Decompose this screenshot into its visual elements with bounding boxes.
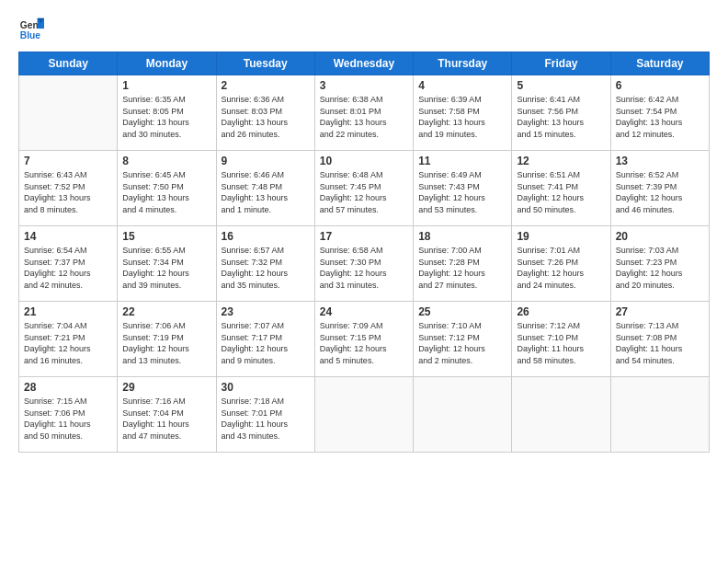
calendar-week-row: 7Sunrise: 6:43 AMSunset: 7:52 PMDaylight… xyxy=(19,151,710,226)
day-info: Sunrise: 6:54 AMSunset: 7:37 PMDaylight:… xyxy=(24,245,112,291)
calendar-cell: 29Sunrise: 7:16 AMSunset: 7:04 PMDayligh… xyxy=(118,377,216,453)
day-number: 2 xyxy=(222,79,310,92)
day-number: 5 xyxy=(517,79,605,92)
day-number: 19 xyxy=(517,230,605,243)
calendar-cell: 3Sunrise: 6:38 AMSunset: 8:01 PMDaylight… xyxy=(314,75,413,151)
day-number: 15 xyxy=(122,230,210,243)
calendar-cell: 1Sunrise: 6:35 AMSunset: 8:05 PMDaylight… xyxy=(118,75,216,151)
calendar-cell: 16Sunrise: 6:57 AMSunset: 7:32 PMDayligh… xyxy=(216,226,314,302)
day-number: 23 xyxy=(222,305,310,318)
day-info: Sunrise: 7:18 AMSunset: 7:01 PMDaylight:… xyxy=(222,396,310,442)
calendar-cell: 20Sunrise: 7:03 AMSunset: 7:23 PMDayligh… xyxy=(610,226,709,302)
calendar-cell: 30Sunrise: 7:18 AMSunset: 7:01 PMDayligh… xyxy=(216,377,314,453)
day-info: Sunrise: 7:10 AMSunset: 7:12 PMDaylight:… xyxy=(418,320,506,366)
calendar-cell: 25Sunrise: 7:10 AMSunset: 7:12 PMDayligh… xyxy=(414,302,512,377)
day-number: 13 xyxy=(616,155,704,167)
day-number: 21 xyxy=(24,305,112,318)
day-info: Sunrise: 6:51 AMSunset: 7:41 PMDaylight:… xyxy=(517,169,605,215)
calendar-table: SundayMondayTuesdayWednesdayThursdayFrid… xyxy=(18,52,710,453)
day-info: Sunrise: 6:42 AMSunset: 7:54 PMDaylight:… xyxy=(616,94,704,140)
day-info: Sunrise: 7:13 AMSunset: 7:08 PMDaylight:… xyxy=(616,320,704,366)
calendar-cell: 8Sunrise: 6:45 AMSunset: 7:50 PMDaylight… xyxy=(118,151,216,226)
calendar-week-row: 28Sunrise: 7:15 AMSunset: 7:06 PMDayligh… xyxy=(19,377,710,453)
calendar-cell: 23Sunrise: 7:07 AMSunset: 7:17 PMDayligh… xyxy=(216,302,314,377)
calendar-header-thursday: Thursday xyxy=(414,52,512,75)
calendar-cell: 28Sunrise: 7:15 AMSunset: 7:06 PMDayligh… xyxy=(19,377,118,453)
day-number: 28 xyxy=(24,381,112,394)
calendar-cell: 7Sunrise: 6:43 AMSunset: 7:52 PMDaylight… xyxy=(19,151,118,226)
day-info: Sunrise: 7:07 AMSunset: 7:17 PMDaylight:… xyxy=(222,320,310,366)
day-number: 4 xyxy=(418,79,506,92)
calendar-cell: 2Sunrise: 6:36 AMSunset: 8:03 PMDaylight… xyxy=(216,75,314,151)
day-number: 30 xyxy=(222,381,310,394)
day-number: 16 xyxy=(222,230,310,243)
calendar-header-sunday: Sunday xyxy=(19,52,118,75)
calendar-week-row: 14Sunrise: 6:54 AMSunset: 7:37 PMDayligh… xyxy=(19,226,710,302)
calendar-cell xyxy=(512,377,610,453)
day-info: Sunrise: 6:48 AMSunset: 7:45 PMDaylight:… xyxy=(320,169,408,215)
calendar-cell: 9Sunrise: 6:46 AMSunset: 7:48 PMDaylight… xyxy=(216,151,314,226)
day-number: 14 xyxy=(24,230,112,243)
day-number: 7 xyxy=(24,155,112,167)
day-number: 10 xyxy=(320,155,408,167)
day-number: 22 xyxy=(122,305,210,318)
day-info: Sunrise: 7:03 AMSunset: 7:23 PMDaylight:… xyxy=(616,245,704,291)
day-info: Sunrise: 7:16 AMSunset: 7:04 PMDaylight:… xyxy=(122,396,210,442)
calendar-cell: 6Sunrise: 6:42 AMSunset: 7:54 PMDaylight… xyxy=(610,75,709,151)
calendar-cell: 19Sunrise: 7:01 AMSunset: 7:26 PMDayligh… xyxy=(512,226,610,302)
day-number: 20 xyxy=(616,230,704,243)
calendar-cell xyxy=(19,75,118,151)
day-info: Sunrise: 7:04 AMSunset: 7:21 PMDaylight:… xyxy=(24,320,112,366)
day-number: 11 xyxy=(418,155,506,167)
calendar-header-monday: Monday xyxy=(118,52,216,75)
day-number: 26 xyxy=(517,305,605,318)
day-info: Sunrise: 6:41 AMSunset: 7:56 PMDaylight:… xyxy=(517,94,605,140)
calendar-cell: 17Sunrise: 6:58 AMSunset: 7:30 PMDayligh… xyxy=(314,226,413,302)
page-header: General Blue xyxy=(18,17,710,42)
day-info: Sunrise: 6:46 AMSunset: 7:48 PMDaylight:… xyxy=(222,169,310,215)
day-info: Sunrise: 7:09 AMSunset: 7:15 PMDaylight:… xyxy=(320,320,408,366)
day-info: Sunrise: 6:58 AMSunset: 7:30 PMDaylight:… xyxy=(320,245,408,291)
calendar-header-wednesday: Wednesday xyxy=(314,52,413,75)
calendar-cell: 18Sunrise: 7:00 AMSunset: 7:28 PMDayligh… xyxy=(414,226,512,302)
calendar-cell: 10Sunrise: 6:48 AMSunset: 7:45 PMDayligh… xyxy=(314,151,413,226)
calendar-week-row: 21Sunrise: 7:04 AMSunset: 7:21 PMDayligh… xyxy=(19,302,710,377)
calendar-cell: 27Sunrise: 7:13 AMSunset: 7:08 PMDayligh… xyxy=(610,302,709,377)
day-number: 3 xyxy=(320,79,408,92)
calendar-cell: 22Sunrise: 7:06 AMSunset: 7:19 PMDayligh… xyxy=(118,302,216,377)
day-info: Sunrise: 7:01 AMSunset: 7:26 PMDaylight:… xyxy=(517,245,605,291)
calendar-header-saturday: Saturday xyxy=(610,52,709,75)
day-number: 9 xyxy=(222,155,310,167)
calendar-cell: 4Sunrise: 6:39 AMSunset: 7:58 PMDaylight… xyxy=(414,75,512,151)
day-info: Sunrise: 7:06 AMSunset: 7:19 PMDaylight:… xyxy=(122,320,210,366)
day-number: 24 xyxy=(320,305,408,318)
day-number: 1 xyxy=(122,79,210,92)
day-info: Sunrise: 6:55 AMSunset: 7:34 PMDaylight:… xyxy=(122,245,210,291)
calendar-cell: 11Sunrise: 6:49 AMSunset: 7:43 PMDayligh… xyxy=(414,151,512,226)
day-number: 6 xyxy=(616,79,704,92)
calendar-header-tuesday: Tuesday xyxy=(216,52,314,75)
calendar-cell: 12Sunrise: 6:51 AMSunset: 7:41 PMDayligh… xyxy=(512,151,610,226)
day-info: Sunrise: 6:49 AMSunset: 7:43 PMDaylight:… xyxy=(418,169,506,215)
day-number: 18 xyxy=(418,230,506,243)
day-info: Sunrise: 7:15 AMSunset: 7:06 PMDaylight:… xyxy=(24,396,112,442)
day-info: Sunrise: 6:35 AMSunset: 8:05 PMDaylight:… xyxy=(122,94,210,140)
day-info: Sunrise: 6:36 AMSunset: 8:03 PMDaylight:… xyxy=(222,94,310,140)
day-number: 12 xyxy=(517,155,605,167)
logo-icon: General Blue xyxy=(18,17,44,42)
calendar-cell: 13Sunrise: 6:52 AMSunset: 7:39 PMDayligh… xyxy=(610,151,709,226)
calendar-cell xyxy=(414,377,512,453)
calendar-cell: 24Sunrise: 7:09 AMSunset: 7:15 PMDayligh… xyxy=(314,302,413,377)
calendar-cell: 21Sunrise: 7:04 AMSunset: 7:21 PMDayligh… xyxy=(19,302,118,377)
day-info: Sunrise: 6:38 AMSunset: 8:01 PMDaylight:… xyxy=(320,94,408,140)
day-info: Sunrise: 6:39 AMSunset: 7:58 PMDaylight:… xyxy=(418,94,506,140)
day-info: Sunrise: 7:00 AMSunset: 7:28 PMDaylight:… xyxy=(418,245,506,291)
calendar-cell xyxy=(610,377,709,453)
day-number: 29 xyxy=(122,381,210,394)
calendar-header-friday: Friday xyxy=(512,52,610,75)
day-info: Sunrise: 7:12 AMSunset: 7:10 PMDaylight:… xyxy=(517,320,605,366)
calendar-cell: 14Sunrise: 6:54 AMSunset: 7:37 PMDayligh… xyxy=(19,226,118,302)
calendar-week-row: 1Sunrise: 6:35 AMSunset: 8:05 PMDaylight… xyxy=(19,75,710,151)
day-number: 8 xyxy=(122,155,210,167)
day-info: Sunrise: 6:52 AMSunset: 7:39 PMDaylight:… xyxy=(616,169,704,215)
